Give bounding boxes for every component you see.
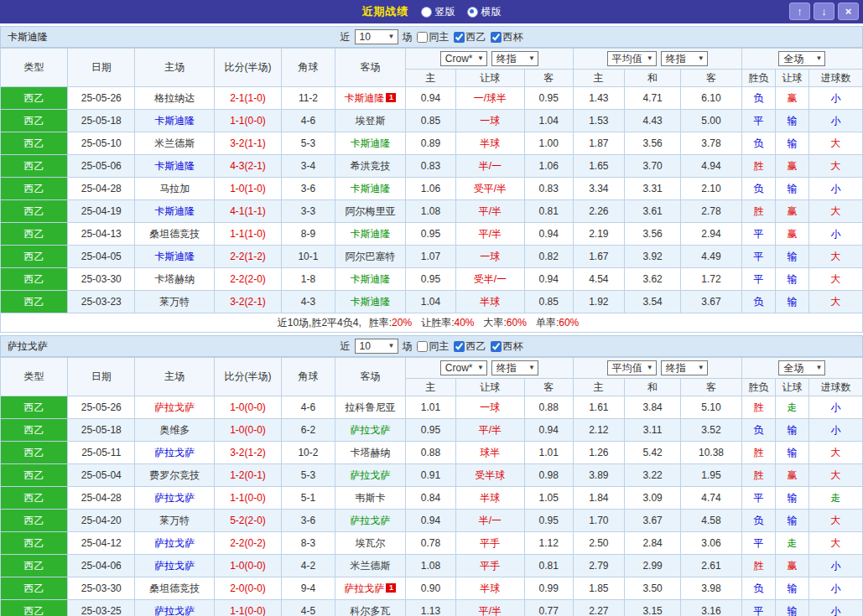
corner-count-text: 4-5 bbox=[301, 605, 315, 616]
home-team: 莱万特 bbox=[135, 510, 215, 532]
average-select[interactable]: 平均值▼ bbox=[607, 360, 657, 375]
average-select[interactable]: 平均值▼ bbox=[607, 51, 657, 66]
matches-label: 场 bbox=[403, 30, 413, 44]
select-value: 全场 bbox=[783, 362, 803, 374]
league-type: 西乙 bbox=[1, 291, 68, 313]
chevron-down-icon: ▼ bbox=[816, 362, 823, 374]
score-halftime-text: 4-3(2-1) bbox=[230, 160, 266, 172]
away-team: 萨拉戈萨1 bbox=[335, 577, 405, 600]
corner-count: 3-3 bbox=[282, 200, 335, 223]
avg-odds-home-text: 1.53 bbox=[589, 115, 608, 127]
corner-count-text: 4-2 bbox=[301, 560, 315, 572]
score-halftime-text: 1-1(1-0) bbox=[230, 228, 266, 240]
home-team-text: 卡斯迪隆 bbox=[154, 160, 195, 172]
result-win-draw-loss: 胜 bbox=[741, 200, 775, 223]
corner-count: 4-6 bbox=[282, 110, 335, 132]
avg-odds-away: 3.78 bbox=[680, 132, 741, 155]
corner-count-text: 10-2 bbox=[298, 447, 318, 458]
home-team-text: 马拉加 bbox=[159, 183, 190, 194]
odds-stage-select[interactable]: 终指▼ bbox=[491, 360, 538, 375]
checkbox-input[interactable] bbox=[454, 341, 465, 352]
fulltime-select[interactable]: 全场▼ bbox=[778, 51, 825, 66]
avg-odds-draw-text: 3.31 bbox=[642, 183, 662, 194]
checkbox-input[interactable] bbox=[491, 341, 502, 352]
result-win-draw-loss: 负 bbox=[741, 577, 775, 600]
home-team: 萨拉戈萨 bbox=[135, 396, 215, 419]
result-goals-text: 大 bbox=[831, 137, 841, 149]
handicap-line: 半球 bbox=[455, 487, 524, 510]
result-handicap: 输 bbox=[776, 178, 809, 200]
result-handicap-text: 输 bbox=[788, 137, 798, 149]
move-down-button[interactable]: ↓ bbox=[814, 3, 834, 20]
section-header-bar: 卡斯迪隆 近 10 ▼ 场 同主 西乙 西杯 bbox=[0, 26, 863, 48]
avg-odds-away: 2.78 bbox=[680, 200, 741, 223]
corner-count-text: 11-2 bbox=[299, 92, 318, 104]
avg-odds-home: 1.26 bbox=[573, 442, 625, 464]
handicap-odds-away: 1.00 bbox=[524, 132, 573, 155]
match-date: 25-05-04 bbox=[68, 464, 135, 487]
avg-odds-away-text: 1.95 bbox=[701, 469, 720, 481]
move-up-button[interactable]: ↑ bbox=[789, 3, 810, 20]
result-handicap-text: 输 bbox=[788, 582, 798, 594]
same-home-checkbox[interactable]: 同主 bbox=[417, 30, 450, 44]
handicap-line: 受半球 bbox=[455, 464, 524, 487]
bookmaker-select[interactable]: Crow*▼ bbox=[440, 51, 487, 66]
odds-stage-select[interactable]: 终指▼ bbox=[661, 360, 708, 375]
avg-odds-away: 6.10 bbox=[680, 87, 741, 110]
checkbox-input[interactable] bbox=[454, 32, 465, 43]
avg-odds-draw-text: 2.99 bbox=[642, 560, 662, 572]
match-date-text: 25-05-26 bbox=[81, 401, 122, 413]
avg-odds-home-text: 1.92 bbox=[589, 296, 608, 308]
bookmaker-select[interactable]: Crow*▼ bbox=[440, 360, 487, 375]
match-date: 25-03-30 bbox=[68, 268, 135, 291]
fulltime-select[interactable]: 全场▼ bbox=[778, 360, 825, 375]
match-count-select[interactable]: 10 ▼ bbox=[355, 29, 398, 44]
handicap-odds-home: 0.84 bbox=[406, 487, 456, 510]
result-goals-text: 小 bbox=[831, 401, 841, 413]
handicap-odds-home-text: 1.06 bbox=[421, 183, 440, 194]
handicap-line: 半/一 bbox=[455, 510, 524, 532]
match-count-select[interactable]: 10 ▼ bbox=[355, 339, 398, 354]
handicap-line: 一球 bbox=[455, 110, 524, 132]
avg-odds-draw-text: 3.15 bbox=[642, 605, 662, 616]
chevron-down-icon: ▼ bbox=[477, 362, 484, 374]
away-team-text: 希洪竞技 bbox=[350, 160, 390, 172]
layout-radio-vertical[interactable]: 竖版 bbox=[421, 5, 455, 19]
handicap-line-text: 半/一 bbox=[479, 160, 502, 172]
result-win-draw-loss-text: 胜 bbox=[754, 560, 764, 572]
checkbox-input[interactable] bbox=[417, 32, 428, 43]
score-halftime-text: 1-0(0-0) bbox=[230, 560, 266, 572]
home-team-text: 卡斯迪隆 bbox=[154, 251, 195, 262]
match-date: 25-05-06 bbox=[68, 155, 135, 178]
handicap-odds-home-text: 0.95 bbox=[421, 228, 440, 240]
cup-checkbox[interactable]: 西杯 bbox=[491, 30, 523, 44]
league-type-text: 西乙 bbox=[24, 537, 44, 549]
odds-stage-select[interactable]: 终指▼ bbox=[661, 51, 708, 66]
handicap-odds-home-text: 0.91 bbox=[421, 469, 440, 481]
away-team-text: 卡斯迪隆 bbox=[350, 273, 390, 285]
avg-odds-away-text: 1.72 bbox=[701, 273, 720, 285]
score-halftime-text: 4-1(1-1) bbox=[230, 205, 266, 217]
league-checkbox[interactable]: 西乙 bbox=[454, 30, 486, 44]
league-type-text: 西乙 bbox=[24, 424, 44, 436]
odds-stage-select[interactable]: 终指▼ bbox=[491, 51, 538, 66]
handicap-line: 一/球半 bbox=[455, 87, 524, 110]
away-team-text: 拉科鲁尼亚 bbox=[345, 401, 395, 413]
close-button[interactable]: × bbox=[838, 3, 859, 20]
cup-checkbox[interactable]: 西杯 bbox=[491, 339, 523, 354]
checkbox-input[interactable] bbox=[491, 32, 502, 43]
same-home-checkbox[interactable]: 同主 bbox=[417, 339, 450, 354]
handicap-odds-away-text: 0.81 bbox=[539, 560, 559, 572]
match-date: 25-04-28 bbox=[68, 178, 135, 200]
avg-odds-draw-text: 3.22 bbox=[642, 469, 662, 481]
match-row: 西乙25-05-06卡斯迪隆4-3(2-1)3-4希洪竞技0.83半/一1.06… bbox=[1, 155, 863, 178]
checkbox-label: 同主 bbox=[429, 30, 450, 44]
avg-odds-draw: 3.67 bbox=[625, 510, 681, 532]
checkbox-input[interactable] bbox=[417, 341, 428, 352]
league-checkbox[interactable]: 西乙 bbox=[454, 339, 486, 354]
match-row: 西乙25-03-25萨拉戈萨1-1(0-0)4-5科尔多瓦1.13平/半0.77… bbox=[1, 600, 863, 616]
avg-odds-home-text: 1.67 bbox=[589, 251, 608, 262]
result-handicap-text: 输 bbox=[788, 515, 798, 526]
league-type-text: 西乙 bbox=[24, 251, 44, 262]
layout-radio-horizontal[interactable]: 横版 bbox=[467, 5, 502, 19]
